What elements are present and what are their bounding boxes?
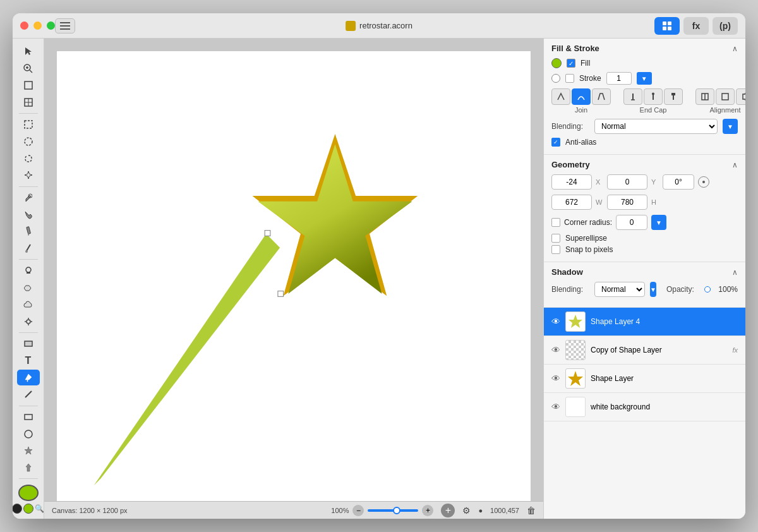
rect-draw-tool[interactable] — [17, 336, 40, 352]
join-miter-btn[interactable] — [551, 88, 570, 105]
zoom-out-button[interactable]: − — [352, 505, 364, 516]
svg-rect-34 — [25, 414, 32, 420]
corner-radius-input[interactable] — [616, 215, 647, 230]
arrow-tool[interactable] — [17, 44, 40, 59]
canvas-area: Canvas: 1200 × 1200 px 100% − + + ⚙ ● 10… — [44, 39, 543, 519]
vector-rect-tool[interactable] — [17, 409, 40, 425]
shadow-blending-dropdown[interactable]: ▼ — [650, 282, 656, 297]
blending-row: Blending: Normal Multiply Screen ▼ — [551, 119, 738, 134]
svg-rect-42 — [278, 291, 284, 297]
height-input[interactable] — [607, 195, 647, 210]
fill-stroke-title: Fill & Stroke — [551, 44, 599, 53]
transform-tool[interactable] — [17, 94, 40, 110]
tools-panel-button[interactable] — [654, 17, 680, 35]
cloud-tool[interactable] — [17, 297, 40, 313]
endcap-square-btn[interactable] — [664, 88, 683, 105]
close-button[interactable] — [20, 21, 28, 30]
zoom-in-button[interactable]: + — [422, 505, 433, 516]
align-center-btn[interactable] — [716, 88, 735, 105]
svg-marker-7 — [25, 47, 32, 55]
layer-thumb-1 — [565, 340, 586, 360]
pen-tool[interactable] — [17, 370, 40, 385]
corner-radius-checkbox[interactable] — [551, 218, 560, 227]
stamp-tool[interactable] — [17, 263, 40, 279]
corner-radius-dropdown[interactable]: ▼ — [651, 215, 666, 230]
layer-visibility-0[interactable]: 👁 — [551, 317, 560, 327]
minimize-button[interactable] — [33, 21, 42, 30]
text-tool[interactable]: T — [17, 353, 40, 369]
antialias-checkbox[interactable]: ✓ — [551, 138, 560, 147]
stroke-checkbox[interactable] — [565, 74, 574, 83]
endcap-butt-btn[interactable] — [623, 88, 642, 105]
arrow-shape-tool[interactable] — [17, 460, 40, 476]
layer-item-0[interactable]: 👁 Shape Layer 4 — [544, 308, 745, 336]
foreground-color-swatch[interactable] — [18, 485, 39, 501]
maximize-button[interactable] — [47, 21, 55, 30]
blending-select[interactable]: Normal Multiply Screen — [594, 119, 718, 134]
width-input[interactable] — [551, 195, 592, 210]
shadow-blending-select[interactable]: Normal — [594, 282, 645, 297]
fill-checkbox[interactable]: ✓ — [567, 59, 575, 68]
add-layer-button[interactable]: + — [441, 504, 455, 517]
layer-item-2[interactable]: 👁 Shape Layer — [544, 365, 745, 393]
ellipse-select-tool[interactable] — [17, 133, 40, 149]
angle-indicator — [698, 176, 709, 188]
stroke-dropdown[interactable]: ▼ — [637, 72, 652, 85]
titlebar: retrostar.acorn fx (p) — [13, 13, 745, 39]
svg-marker-56 — [568, 371, 583, 386]
shadow-collapse[interactable]: ∧ — [732, 268, 738, 277]
fill-color-indicator[interactable] — [551, 58, 562, 68]
layer-item-3[interactable]: 👁 white background — [544, 393, 745, 421]
svg-rect-0 — [60, 22, 70, 23]
angle-input[interactable] — [663, 174, 694, 190]
sidebar-toggle-button[interactable] — [55, 18, 75, 33]
background-color-swatch[interactable] — [13, 504, 22, 514]
layer-visibility-3[interactable]: 👁 — [551, 402, 560, 412]
join-round-btn[interactable] — [572, 88, 591, 105]
fill-stroke-collapse[interactable]: ∧ — [732, 44, 738, 53]
snap-pixels-checkbox[interactable] — [551, 245, 560, 254]
swap-colors-button[interactable] — [23, 504, 33, 514]
align-outside-btn[interactable] — [736, 88, 745, 105]
delete-layer-button[interactable]: 🗑 — [527, 505, 536, 516]
y-input[interactable] — [607, 174, 647, 190]
crop-tool[interactable] — [17, 77, 40, 93]
zoom-tool[interactable] — [17, 61, 40, 76]
shadow-blending-label: Blending: — [551, 285, 589, 294]
zoom-slider[interactable] — [368, 509, 418, 512]
blending-dropdown-btn[interactable]: ▼ — [723, 119, 738, 134]
eyedropper-tool[interactable] — [17, 190, 40, 205]
eraser-tool[interactable] — [17, 280, 40, 296]
layer-visibility-2[interactable]: 👁 — [551, 373, 560, 384]
pencil-tool[interactable] — [17, 224, 40, 239]
magic-select-tool[interactable] — [17, 167, 40, 183]
magnify-tool[interactable]: 🔍 — [35, 504, 44, 513]
endcap-round-btn[interactable] — [644, 88, 663, 105]
join-bevel-btn[interactable] — [592, 88, 611, 105]
titlebar-right: fx (p) — [654, 17, 738, 35]
brush-tool[interactable] — [17, 241, 40, 257]
x-input[interactable] — [551, 174, 592, 190]
stroke-width-input[interactable] — [606, 72, 632, 85]
svg-marker-38 — [94, 234, 280, 485]
line-tool[interactable] — [17, 387, 40, 402]
star-tool[interactable] — [17, 443, 40, 459]
fx-panel-button[interactable]: fx — [683, 17, 709, 35]
layer-item-1[interactable]: 👁 Copy of Shape Layer fx — [544, 336, 745, 365]
lasso-tool[interactable] — [17, 150, 40, 166]
stroke-radio[interactable] — [551, 74, 560, 83]
layer-visibility-1[interactable]: 👁 — [551, 345, 560, 355]
superellipse-checkbox[interactable] — [551, 234, 560, 243]
opacity-slider[interactable] — [709, 288, 711, 291]
paint-bucket-tool[interactable] — [17, 207, 40, 222]
layer-settings-button[interactable]: ⚙ — [462, 505, 471, 516]
geometry-collapse[interactable]: ∧ — [732, 160, 738, 169]
svg-rect-5 — [663, 27, 666, 30]
zoom-slider-thumb — [393, 507, 400, 514]
rect-select-tool[interactable] — [17, 117, 40, 133]
vector-oval-tool[interactable] — [17, 426, 40, 442]
canvas-svg — [57, 51, 531, 506]
align-inside-btn[interactable] — [695, 88, 714, 105]
p-panel-button[interactable]: (p) — [713, 17, 738, 35]
sun-tool[interactable] — [17, 313, 40, 329]
